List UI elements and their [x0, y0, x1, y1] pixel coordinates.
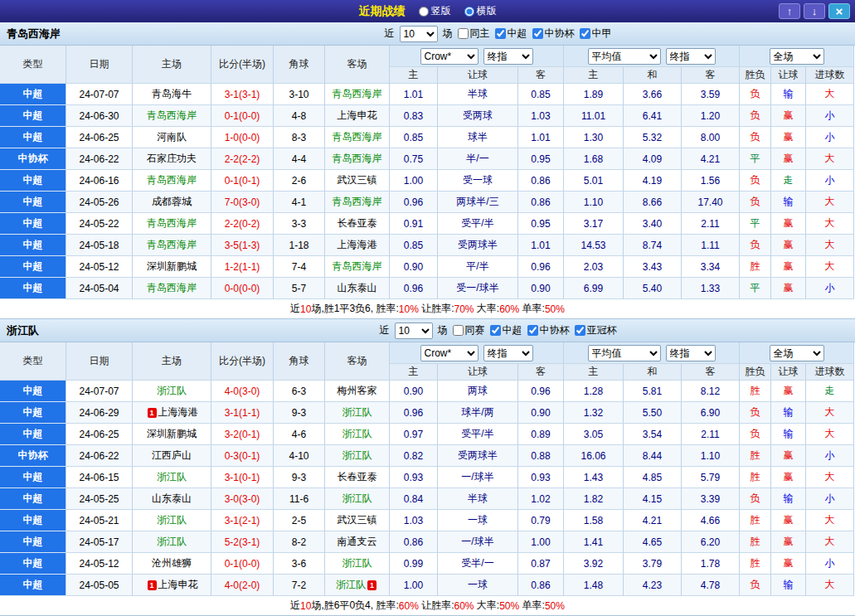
away-team-cell[interactable]: 浙江队 — [325, 424, 390, 445]
filter-checkbox[interactable] — [575, 325, 585, 336]
home-team-cell[interactable]: 青岛海牛 — [133, 84, 211, 105]
odds-stage-select[interactable]: 终指 — [483, 345, 533, 361]
score-cell[interactable]: 3-0(3-0) — [211, 488, 274, 510]
filter-option[interactable]: 中超 — [495, 27, 527, 41]
filter-option[interactable]: 亚冠杯 — [575, 323, 617, 337]
home-team-cell[interactable]: 青岛西海岸 — [133, 235, 211, 256]
home-team-cell[interactable]: 青岛西海岸 — [133, 213, 211, 235]
away-team-cell[interactable]: 浙江队 — [325, 445, 390, 467]
away-team-cell[interactable]: 浙江队 — [325, 488, 390, 510]
score-cell[interactable]: 0-1(0-0) — [211, 105, 274, 127]
filter-option[interactable]: 同赛 — [453, 323, 485, 337]
home-team-cell[interactable]: 1上海海港 — [133, 402, 211, 424]
handicap-result-cell: 赢 — [771, 105, 806, 127]
score-cell[interactable]: 3-1(1-1) — [211, 402, 274, 424]
score-cell[interactable]: 4-0(3-0) — [211, 381, 274, 402]
avg-away-cell: 6.90 — [682, 402, 740, 424]
vertical-layout-option[interactable]: 竖版 — [419, 4, 451, 18]
away-team-cell[interactable]: 浙江队 — [325, 402, 390, 424]
bookmaker-select[interactable]: Crow* — [420, 48, 479, 65]
home-team-cell[interactable]: 青岛西海岸 — [133, 278, 211, 299]
home-team-cell[interactable]: 浙江队 — [133, 381, 211, 402]
away-team-cell[interactable]: 山东泰山 — [325, 278, 390, 299]
away-odds-cell: 0.90 — [518, 278, 564, 299]
filter-checkbox[interactable] — [580, 28, 590, 39]
away-team-cell[interactable]: 青岛西海岸 — [325, 256, 390, 278]
home-team-cell[interactable]: 河南队 — [133, 127, 211, 148]
home-team-cell[interactable]: 浙江队 — [133, 467, 211, 488]
home-team-cell[interactable]: 青岛西海岸 — [133, 170, 211, 192]
competition-type-cell: 中超 — [0, 192, 66, 213]
score-cell[interactable]: 5-2(3-1) — [211, 531, 274, 553]
filter-option[interactable]: 中协杯 — [532, 27, 575, 41]
away-team-cell[interactable]: 梅州客家 — [325, 381, 390, 402]
away-team-cell[interactable]: 长春亚泰 — [325, 467, 390, 488]
home-team-cell[interactable]: 深圳新鹏城 — [133, 424, 211, 445]
score-cell[interactable]: 3-1(0-1) — [211, 467, 274, 488]
filter-checkbox[interactable] — [458, 28, 469, 39]
away-team-cell[interactable]: 青岛西海岸 — [325, 84, 390, 105]
avg-stage-select[interactable]: 终指 — [666, 48, 716, 65]
match-count-select[interactable]: 10 — [395, 323, 433, 339]
avg-stage-select[interactable]: 终指 — [666, 345, 716, 361]
score-cell[interactable]: 3-1(2-1) — [211, 510, 274, 531]
filter-checkbox[interactable] — [490, 325, 501, 336]
bookmaker-select[interactable]: Crow* — [420, 345, 479, 361]
score-cell[interactable]: 0-0(0-0) — [211, 278, 274, 299]
home-team-cell[interactable]: 青岛西海岸 — [133, 105, 211, 127]
home-team-cell[interactable]: 成都蓉城 — [133, 192, 211, 213]
away-team-cell[interactable]: 南通支云 — [325, 531, 390, 553]
scope-select[interactable]: 全场 — [770, 48, 824, 65]
scroll-up-button[interactable]: ↑ — [779, 3, 800, 19]
filter-checkbox[interactable] — [532, 28, 543, 39]
away-team-cell[interactable]: 青岛西海岸 — [325, 148, 390, 170]
filter-option[interactable]: 同主 — [458, 27, 490, 41]
average-select[interactable]: 平均值 — [588, 345, 661, 361]
home-team-cell[interactable]: 浙江队 — [133, 510, 211, 531]
home-team-cell[interactable]: 江西庐山 — [133, 445, 211, 467]
home-team-cell[interactable]: 山东泰山 — [133, 488, 211, 510]
away-team-cell[interactable]: 武汉三镇 — [325, 170, 390, 192]
home-team-cell[interactable]: 浙江队 — [133, 531, 211, 553]
score-cell[interactable]: 1-2(1-1) — [211, 256, 274, 278]
score-cell[interactable]: 3-1(3-1) — [211, 84, 274, 105]
filter-option[interactable]: 中协杯 — [527, 323, 570, 337]
home-team-cell[interactable]: 深圳新鹏城 — [133, 256, 211, 278]
score-cell[interactable]: 0-1(0-0) — [211, 553, 274, 575]
filter-label: 同赛 — [465, 323, 485, 337]
score-cell[interactable]: 7-0(3-0) — [211, 192, 274, 213]
horizontal-layout-radio[interactable] — [464, 7, 474, 17]
filter-option[interactable]: 中超 — [490, 323, 522, 337]
filter-checkbox[interactable] — [495, 28, 506, 39]
away-team-cell[interactable]: 武汉三镇 — [325, 510, 390, 531]
away-team-cell[interactable]: 青岛西海岸 — [325, 192, 390, 213]
score-cell[interactable]: 4-0(2-0) — [211, 575, 274, 596]
away-team-cell[interactable]: 浙江队 — [325, 553, 390, 575]
vertical-layout-radio[interactable] — [419, 7, 429, 17]
score-cell[interactable]: 1-0(0-0) — [211, 127, 274, 148]
filter-checkbox[interactable] — [453, 325, 464, 336]
away-team-cell[interactable]: 长春亚泰 — [325, 213, 390, 235]
away-team-cell[interactable]: 上海海港 — [325, 235, 390, 256]
score-cell[interactable]: 3-5(1-3) — [211, 235, 274, 256]
odds-stage-select[interactable]: 终指 — [483, 48, 533, 65]
away-team-cell[interactable]: 浙江队1 — [325, 575, 390, 596]
away-team-cell[interactable]: 青岛西海岸 — [325, 127, 390, 148]
score-cell[interactable]: 2-2(2-2) — [211, 148, 274, 170]
close-button[interactable]: × — [828, 3, 850, 19]
score-cell[interactable]: 3-2(0-1) — [211, 424, 274, 445]
score-cell[interactable]: 0-1(0-1) — [211, 170, 274, 192]
home-team-cell[interactable]: 石家庄功夫 — [133, 148, 211, 170]
score-cell[interactable]: 2-2(0-2) — [211, 213, 274, 235]
home-team-cell[interactable]: 沧州雄狮 — [133, 553, 211, 575]
away-team-cell[interactable]: 上海申花 — [325, 105, 390, 127]
filter-option[interactable]: 中甲 — [580, 27, 612, 41]
average-select[interactable]: 平均值 — [588, 48, 661, 65]
score-cell[interactable]: 0-3(0-1) — [211, 445, 274, 467]
horizontal-layout-option[interactable]: 横版 — [464, 4, 497, 18]
home-team-cell[interactable]: 1上海申花 — [133, 575, 211, 596]
match-count-select[interactable]: 10 — [400, 26, 438, 42]
scroll-down-button[interactable]: ↓ — [804, 3, 825, 19]
scope-select[interactable]: 全场 — [770, 345, 824, 361]
filter-checkbox[interactable] — [527, 325, 538, 336]
